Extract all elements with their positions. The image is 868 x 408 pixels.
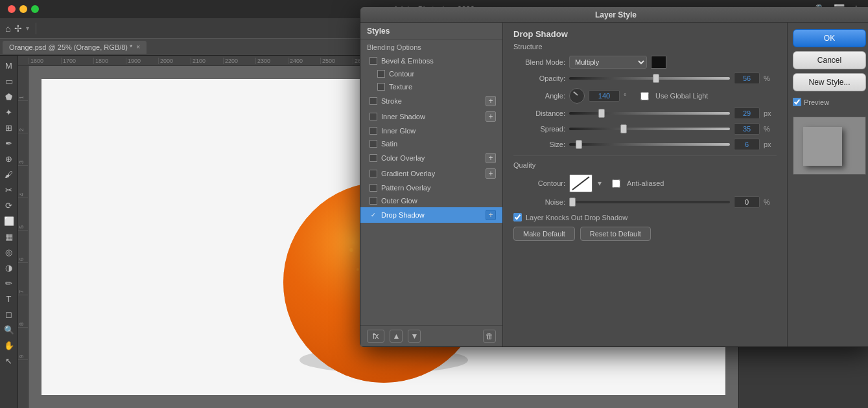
size-slider[interactable] [569,143,730,146]
style-item-inner-shadow[interactable]: Inner Shadow + [360,109,502,124]
gradient-overlay-add-button[interactable]: + [486,168,496,179]
tool-history[interactable]: ⟳ [2,198,16,212]
move-up-button[interactable]: ▲ [390,330,403,343]
preview-checkbox[interactable] [793,98,801,106]
tool-blur[interactable]: ◎ [2,245,16,259]
stroke-checkbox[interactable] [369,97,377,105]
maximize-button[interactable] [31,5,39,13]
tool-hand[interactable]: ✋ [2,338,16,352]
pattern-overlay-checkbox[interactable] [369,184,377,192]
minimize-button[interactable] [19,5,27,13]
gradient-overlay-checkbox[interactable] [369,170,377,177]
blending-options-item[interactable]: Blending Options [360,40,502,54]
contour-preview[interactable] [569,174,592,192]
tool-eraser[interactable]: ⬜ [2,214,16,228]
tool-select[interactable]: ↖ [2,354,16,368]
opacity-slider-thumb[interactable] [653,74,659,83]
style-item-contour[interactable]: Contour [360,67,502,80]
ruler-vmark: 8 [18,295,28,328]
spread-slider-thumb[interactable] [620,124,627,133]
angle-input[interactable] [589,90,620,102]
spread-slider[interactable] [569,128,730,130]
tool-shape[interactable]: ◻ [2,307,16,321]
inner-shadow-checkbox[interactable] [369,113,377,120]
contour-checkbox[interactable] [377,70,385,78]
tool-dodge[interactable]: ◑ [2,260,16,275]
style-item-drop-shadow[interactable]: Drop Shadow + [360,207,502,223]
styles-footer: fx ▲ ▼ 🗑 [360,325,502,346]
contour-dropdown-arrow[interactable]: ▾ [598,179,602,188]
drop-shadow-add-button[interactable]: + [486,210,496,220]
global-light-checkbox[interactable] [640,92,649,100]
distance-input[interactable] [734,108,760,119]
tool-move[interactable]: M [2,58,16,73]
blend-mode-select[interactable]: Multiply Normal Screen Overlay [569,56,647,69]
tool-healing[interactable]: ⊕ [2,152,16,166]
tool-gradient[interactable]: ▦ [2,229,16,244]
contour-row: Contour: ▾ Anti-aliased [513,174,777,192]
bevel-label: Bevel & Emboss [381,57,496,65]
angle-dial[interactable] [569,88,585,104]
style-item-color-overlay[interactable]: Color Overlay + [360,150,502,166]
size-input[interactable] [734,139,760,150]
inner-shadow-add-button[interactable]: + [486,111,496,122]
opacity-input[interactable] [734,73,760,84]
style-item-stroke[interactable]: Stroke + [360,93,502,109]
ruler-vertical: 1 2 3 4 5 6 7 8 9 [18,66,29,408]
color-overlay-checkbox[interactable] [369,154,377,162]
ok-button[interactable]: OK [793,29,866,47]
tool-marquee[interactable]: ▭ [2,74,16,88]
tool-lasso[interactable]: ⬟ [2,89,16,104]
tool-clone[interactable]: ✂ [2,183,16,197]
noise-unit: % [764,198,777,206]
tool-crop[interactable]: ⊞ [2,120,16,135]
layer-knocks-checkbox[interactable] [513,213,522,221]
drop-shadow-checkbox[interactable] [369,211,377,219]
tool-zoom[interactable]: 🔍 [2,323,16,337]
tool-brush[interactable]: 🖌 [2,167,16,181]
tool-pen[interactable]: ✏ [2,276,16,290]
texture-checkbox[interactable] [377,83,385,91]
distance-slider[interactable] [569,112,730,115]
tool-eyedropper[interactable]: ✒ [2,136,16,150]
inner-glow-checkbox[interactable] [369,127,377,135]
tool-quick-select[interactable]: ✦ [2,105,16,119]
move-tool-icon[interactable]: ✢ [14,23,22,34]
style-item-gradient-overlay[interactable]: Gradient Overlay + [360,166,502,181]
cancel-button[interactable]: Cancel [793,51,866,69]
fx-button[interactable]: fx [367,330,384,343]
spread-input[interactable] [734,123,760,135]
shadow-color-swatch[interactable] [651,56,666,69]
close-button[interactable] [8,5,16,13]
traffic-lights[interactable] [8,5,39,13]
tool-type[interactable]: T [2,291,16,306]
reset-default-button[interactable]: Reset to Default [580,227,651,241]
new-style-button[interactable]: New Style... [793,73,866,91]
style-item-bevel[interactable]: Bevel & Emboss [360,54,502,67]
style-item-pattern-overlay[interactable]: Pattern Overlay [360,181,502,194]
distance-slider-thumb[interactable] [598,109,605,118]
opacity-slider[interactable] [569,77,730,80]
stroke-add-button[interactable]: + [486,96,496,106]
make-default-button[interactable]: Make Default [513,227,575,241]
noise-slider-thumb[interactable] [569,198,576,207]
home-icon[interactable]: ⌂ [5,23,10,34]
document-tab[interactable]: Orange.psd @ 25% (Orange, RGB/8) * × [3,41,147,54]
style-item-outer-glow[interactable]: Outer Glow [360,194,502,207]
style-item-texture[interactable]: Texture [360,80,502,93]
move-down-button[interactable]: ▼ [408,330,421,343]
satin-checkbox[interactable] [369,140,377,148]
anti-aliased-checkbox[interactable] [612,179,620,188]
outer-glow-checkbox[interactable] [369,197,377,205]
bevel-checkbox[interactable] [369,57,377,65]
delete-style-button[interactable]: 🗑 [483,330,496,343]
noise-input[interactable] [734,196,760,208]
color-overlay-add-button[interactable]: + [486,153,496,163]
tab-close-button[interactable]: × [136,43,140,51]
layer-style-dialog[interactable]: Layer Style Styles Blending Options Beve… [360,6,868,347]
style-item-inner-glow[interactable]: Inner Glow [360,124,502,137]
noise-slider[interactable] [569,201,730,203]
ruler-mark: 2500 [320,58,353,64]
style-item-satin[interactable]: Satin [360,137,502,150]
size-slider-thumb[interactable] [576,140,582,149]
